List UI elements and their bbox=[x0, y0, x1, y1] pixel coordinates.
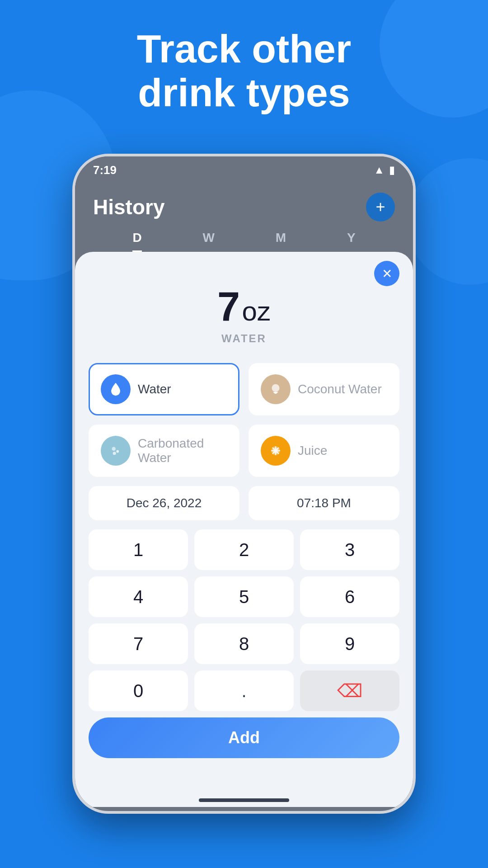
coconut-water-label: Coconut Water bbox=[298, 382, 382, 396]
date-picker-button[interactable]: Dec 26, 2022 bbox=[89, 486, 239, 520]
juice-label: Juice bbox=[298, 443, 327, 458]
main-content: ✕ 7 oz WATER Water bbox=[75, 252, 413, 807]
drink-type-label: WATER bbox=[89, 332, 399, 345]
numpad: 1 2 3 4 5 6 7 8 9 0 . ⌫ bbox=[89, 529, 399, 711]
numpad-decimal[interactable]: . bbox=[194, 670, 294, 711]
water-label: Water bbox=[138, 382, 171, 396]
hero-line1: Track other bbox=[137, 26, 351, 71]
svg-point-0 bbox=[272, 384, 280, 392]
phone-mockup: 7:19 ▲ ▮ History + D W M Y ✕ 7 oz WATER bbox=[72, 154, 416, 814]
tab-day[interactable]: D bbox=[132, 231, 141, 252]
amount-unit: oz bbox=[242, 296, 271, 326]
numpad-3[interactable]: 3 bbox=[300, 529, 399, 570]
hero-line2: drink types bbox=[138, 70, 350, 115]
add-entry-button[interactable]: + bbox=[366, 193, 395, 222]
numpad-backspace[interactable]: ⌫ bbox=[300, 670, 399, 711]
numpad-1[interactable]: 1 bbox=[89, 529, 188, 570]
numpad-8[interactable]: 8 bbox=[194, 623, 294, 664]
tab-week[interactable]: W bbox=[202, 231, 214, 252]
datetime-row: Dec 26, 2022 07:18 PM bbox=[89, 486, 399, 520]
close-button[interactable]: ✕ bbox=[374, 261, 399, 286]
water-icon bbox=[101, 374, 131, 404]
tab-year[interactable]: Y bbox=[347, 231, 356, 252]
numpad-6[interactable]: 6 bbox=[300, 576, 399, 617]
home-indicator bbox=[199, 798, 289, 802]
time-picker-button[interactable]: 07:18 PM bbox=[249, 486, 399, 520]
numpad-5[interactable]: 5 bbox=[194, 576, 294, 617]
svg-point-3 bbox=[113, 452, 116, 455]
svg-point-2 bbox=[116, 450, 119, 453]
drink-type-grid: Water Coconut Water bbox=[89, 363, 399, 477]
carbonated-water-label: Carbonated Water bbox=[138, 436, 227, 465]
close-icon: ✕ bbox=[382, 266, 392, 281]
status-icons: ▲ ▮ bbox=[374, 164, 395, 176]
app-title: History bbox=[93, 195, 164, 219]
add-drink-button[interactable]: Add bbox=[89, 717, 399, 758]
drink-option-water[interactable]: Water bbox=[89, 363, 239, 415]
background-blob-right bbox=[407, 158, 488, 285]
numpad-0[interactable]: 0 bbox=[89, 670, 188, 711]
hero-heading: Track other drink types bbox=[0, 27, 488, 115]
juice-icon bbox=[261, 436, 291, 466]
battery-icon: ▮ bbox=[389, 164, 395, 176]
coconut-icon bbox=[261, 374, 291, 404]
app-header: History + bbox=[75, 184, 413, 222]
drink-option-coconut[interactable]: Coconut Water bbox=[249, 363, 399, 415]
drink-option-sparkling[interactable]: Carbonated Water bbox=[89, 425, 239, 477]
numpad-4[interactable]: 4 bbox=[89, 576, 188, 617]
amount-display: 7 oz WATER bbox=[89, 265, 399, 354]
amount-value: 7 bbox=[217, 284, 240, 329]
numpad-9[interactable]: 9 bbox=[300, 623, 399, 664]
svg-point-1 bbox=[112, 447, 116, 451]
sparkling-icon bbox=[101, 436, 131, 466]
tab-month[interactable]: M bbox=[276, 231, 286, 252]
wifi-icon: ▲ bbox=[374, 164, 385, 176]
drink-option-juice[interactable]: Juice bbox=[249, 425, 399, 477]
numpad-2[interactable]: 2 bbox=[194, 529, 294, 570]
numpad-7[interactable]: 7 bbox=[89, 623, 188, 664]
tab-bar: D W M Y bbox=[75, 222, 413, 252]
status-bar: 7:19 ▲ ▮ bbox=[75, 156, 413, 184]
backspace-icon: ⌫ bbox=[337, 680, 363, 701]
status-time: 7:19 bbox=[93, 163, 117, 177]
